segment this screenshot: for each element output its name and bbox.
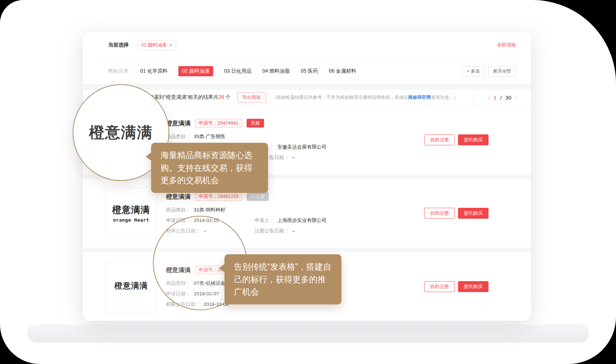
- feature-tooltip-trade: 海量精品商标资源随心选购。支持在线交易，获得更多的交易机会: [151, 143, 268, 193]
- category-item-05[interactable]: 05 医药: [301, 68, 318, 74]
- status-badge: 已注册: [247, 192, 269, 201]
- total-pages: 30: [505, 94, 511, 101]
- registration-publication-value: –: [292, 155, 295, 160]
- tooltip-text: 告别传统“发表格”，搭建自己的标行，获得更多的推广机会: [234, 262, 331, 296]
- category-item-06[interactable]: 06 金属材料: [329, 68, 356, 74]
- table-row: 橙意满满 orange Heart 橙意满满 申请号：29482153 已注册 …: [83, 179, 531, 248]
- laptop-base: [27, 324, 589, 343]
- category-label: 商品类别：: [166, 134, 191, 139]
- section-separator: [83, 84, 531, 90]
- category-label: 商品类别：: [166, 207, 191, 213]
- trademark-name[interactable]: 橙意满满: [166, 119, 191, 128]
- page-separator: /: [500, 94, 502, 101]
- category-item-01[interactable]: 01 化学原料: [140, 68, 167, 74]
- prev-page-icon[interactable]: ‹: [488, 94, 490, 101]
- remove-filter-icon[interactable]: ×: [169, 43, 172, 48]
- self-register-button[interactable]: 自助注册: [424, 281, 455, 292]
- registration-publication-value: –: [292, 228, 295, 234]
- current-page: 1: [494, 94, 497, 101]
- multi-select-button[interactable]: + 多选: [462, 66, 485, 77]
- results-summary-suffix: 个: [224, 94, 231, 100]
- application-number: 29482153: [218, 194, 239, 199]
- row-separator: [83, 174, 531, 179]
- pagination: ‹ 1 / 30 ›: [474, 90, 531, 105]
- row-separator: [83, 248, 531, 252]
- application-number: 29474941: [218, 120, 239, 126]
- next-page-icon[interactable]: ›: [515, 94, 517, 101]
- disclaimer-post: 查询为准。）: [431, 95, 458, 100]
- page-background: 当前选择 02 颜料油漆 × 全部清除 商标分类 01 化学原料 02 颜料油漆…: [0, 0, 616, 364]
- category-value: 35类-广告销售: [194, 134, 226, 139]
- category-item-04[interactable]: 04 燃料油脂: [262, 68, 289, 74]
- application-number-tag: 申请号：29482153: [195, 192, 242, 201]
- disclaimer-pre: （商标检索结果仅供参考，不作为商标能否注册的法律依据；具体以: [272, 95, 408, 100]
- tooltip-text: 海量精品商标资源随心选购。支持在线交易，获得更多的交易机会: [161, 150, 252, 185]
- application-number-label: 申请号：: [199, 120, 218, 126]
- applicant-value: 安徽美达会展有限公司: [277, 144, 327, 150]
- entrust-buy-button[interactable]: 委托购买: [458, 208, 489, 219]
- registration-publication-label: 注册公告日期：: [255, 228, 289, 234]
- selected-filter-tag[interactable]: 02 颜料油漆 ×: [137, 40, 176, 50]
- trademark-name[interactable]: 橙意满满: [166, 193, 191, 201]
- category-value: 31类-饲料种籽: [194, 207, 226, 213]
- current-selection-bar: 当前选择 02 颜料油漆 × 全部清除: [83, 32, 531, 58]
- results-count: 28: [218, 94, 224, 100]
- self-register-button[interactable]: 自助注册: [424, 208, 455, 219]
- export-trademarks-button[interactable]: 导出商标: [237, 92, 266, 102]
- trademark-image[interactable]: 橙意满满: [105, 261, 157, 312]
- magnified-trademark-text: 橙意满满: [89, 122, 153, 143]
- applicant-label: 申请人：: [255, 218, 274, 223]
- trademark-image[interactable]: 橙意满满 orange Heart: [105, 187, 157, 239]
- application-number-label: 申请号：: [199, 194, 218, 199]
- entrust-buy-button[interactable]: 委托购买: [458, 281, 489, 292]
- application-number-tag: 申请号：29474941: [195, 119, 242, 128]
- category-item-02-active[interactable]: 02 颜料油漆: [178, 66, 213, 76]
- trademark-office-link[interactable]: 商标局官网: [408, 95, 431, 100]
- expand-all-button[interactable]: 展开全部: [488, 66, 516, 77]
- clear-all-button[interactable]: 全部清除: [497, 42, 516, 48]
- trademark-image-subtext: orange Heart: [113, 217, 149, 223]
- trademark-image-text: 橙意满满: [114, 280, 148, 291]
- category-bar: 商标分类 01 化学原料 02 颜料油漆 03 日化用品 04 燃料油脂 05 …: [83, 58, 531, 84]
- feature-tooltip-promo: 告别传统“发表格”，搭建自己的标行，获得更多的推广机会: [224, 254, 341, 304]
- applicant-value: 上海雨步实业有限公司: [277, 218, 327, 223]
- selected-filter-tag-text: 02 颜料油漆: [141, 42, 167, 48]
- category-item-03[interactable]: 03 日化用品: [224, 68, 251, 74]
- status-badge: 无效: [247, 119, 264, 128]
- disclaimer-text: （商标检索结果仅供参考，不作为商标能否注册的法律依据；具体以商标局官网查询为准。…: [272, 94, 458, 101]
- category-bar-label: 商标分类: [108, 68, 129, 74]
- self-register-button[interactable]: 自助注册: [424, 134, 455, 145]
- trademark-image-text: 橙意满满: [112, 204, 150, 216]
- entrust-buy-button[interactable]: 委托购买: [458, 134, 489, 145]
- current-selection-label: 当前选择: [108, 42, 129, 48]
